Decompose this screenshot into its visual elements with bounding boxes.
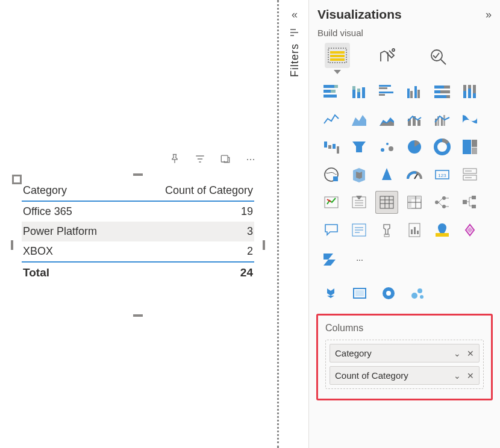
filter-icon[interactable] [193, 152, 207, 166]
filters-label[interactable]: Filters [289, 43, 301, 77]
collapse-viz-icon[interactable]: » [486, 8, 492, 21]
multi-row-card-icon[interactable] [458, 163, 481, 186]
table-visual-frame[interactable]: Category Count of Category Office 365 19… [12, 175, 264, 316]
ribbon-chart-icon[interactable] [458, 108, 481, 131]
table-row[interactable]: XBOX 2 [22, 241, 254, 261]
svg-rect-42 [417, 120, 420, 126]
line-stacked-column-icon[interactable] [403, 108, 426, 131]
stacked-bar-chart-icon[interactable] [320, 80, 343, 103]
custom-visual-1-icon[interactable] [320, 284, 342, 303]
svg-rect-26 [414, 86, 417, 98]
svg-rect-24 [407, 89, 410, 98]
smart-narrative-icon[interactable] [348, 219, 370, 241]
pane-divider[interactable] [277, 0, 279, 448]
remove-field-icon[interactable]: ✕ [467, 371, 474, 381]
waterfall-chart-icon[interactable] [320, 135, 343, 158]
line-chart-icon[interactable] [320, 108, 343, 131]
card-icon[interactable]: 123 [431, 163, 454, 186]
slicer-icon[interactable] [348, 191, 370, 214]
decomposition-tree-icon[interactable] [458, 191, 481, 214]
table-row[interactable]: Office 365 19 [22, 202, 254, 222]
focus-mode-icon[interactable] [218, 152, 233, 166]
format-visual-tab[interactable] [375, 43, 401, 68]
resize-handle-b[interactable] [133, 314, 143, 317]
stacked-area-chart-icon[interactable] [375, 108, 398, 131]
azure-map-icon[interactable] [375, 163, 398, 186]
hundred-stacked-column-icon[interactable] [458, 80, 481, 103]
filled-map-icon[interactable] [348, 163, 370, 186]
cell-category: XBOX [23, 245, 53, 258]
resize-handle-t[interactable] [133, 173, 143, 176]
svg-point-52 [386, 143, 389, 145]
arcgis-map-icon[interactable] [431, 219, 454, 241]
svg-point-105 [417, 288, 422, 293]
area-chart-icon[interactable] [348, 108, 370, 131]
svg-point-104 [411, 293, 417, 299]
line-clustered-column-icon[interactable] [431, 108, 454, 131]
svg-line-61 [414, 174, 417, 179]
table-row[interactable]: Power Platform 3 [22, 222, 254, 241]
svg-rect-98 [417, 231, 419, 234]
more-options-icon[interactable]: ··· [243, 152, 258, 166]
custom-visual-2-icon[interactable] [349, 284, 370, 303]
chevron-down-icon[interactable]: ⌄ [454, 349, 461, 358]
cell-count: 2 [247, 245, 253, 258]
remove-field-icon[interactable]: ✕ [467, 349, 474, 358]
svg-rect-87 [463, 200, 467, 204]
report-canvas[interactable]: ··· Category Count of Category Office 36… [0, 0, 277, 448]
power-automate-icon[interactable] [320, 250, 342, 269]
kpi-icon[interactable] [320, 191, 343, 214]
svg-line-82 [439, 202, 443, 207]
map-icon[interactable] [320, 163, 343, 186]
more-visuals-icon[interactable]: ··· [349, 250, 370, 269]
funnel-chart-icon[interactable] [348, 135, 370, 158]
r-visual-icon[interactable] [431, 191, 454, 214]
col-header-category[interactable]: Category [23, 184, 67, 197]
svg-rect-57 [472, 140, 477, 147]
svg-rect-15 [352, 90, 355, 98]
svg-rect-89 [472, 205, 476, 208]
svg-rect-39 [473, 93, 476, 98]
resize-handle-r[interactable] [263, 240, 265, 250]
key-influencers-icon[interactable] [375, 219, 398, 241]
field-well[interactable]: Category ⌄ ✕ Count of Category ⌄ ✕ [325, 340, 484, 389]
scatter-chart-icon[interactable] [375, 135, 398, 158]
svg-point-84 [442, 205, 446, 208]
custom-visual-4-icon[interactable] [407, 284, 428, 303]
build-mode-tabs [309, 43, 500, 76]
chevron-down-icon[interactable]: ⌄ [454, 371, 461, 381]
gauge-icon[interactable] [403, 163, 426, 186]
custom-visual-3-icon[interactable] [378, 284, 399, 303]
svg-point-51 [381, 148, 384, 152]
stacked-column-chart-icon[interactable] [348, 80, 370, 103]
paginated-report-icon[interactable] [403, 219, 426, 241]
qa-visual-icon[interactable] [320, 219, 343, 241]
field-chip-category[interactable]: Category ⌄ ✕ [330, 344, 480, 362]
matrix-icon[interactable] [403, 191, 426, 214]
donut-chart-icon[interactable] [431, 135, 454, 158]
build-visual-tab[interactable] [325, 43, 350, 68]
svg-rect-101 [355, 290, 364, 296]
svg-rect-11 [334, 85, 338, 88]
cell-category: Office 365 [23, 205, 72, 218]
treemap-icon[interactable] [458, 135, 481, 158]
clustered-column-chart-icon[interactable] [403, 80, 426, 103]
table-icon[interactable] [375, 191, 398, 214]
svg-rect-25 [410, 91, 413, 98]
svg-rect-5 [330, 51, 345, 54]
visualizations-title: Visualizations [317, 7, 402, 22]
hundred-stacked-bar-icon[interactable] [431, 80, 454, 103]
power-apps-icon[interactable] [458, 219, 481, 241]
clustered-bar-chart-icon[interactable] [375, 80, 398, 103]
expand-filters-icon[interactable]: « [292, 8, 298, 21]
table-visual[interactable]: Category Count of Category Office 365 19… [17, 179, 259, 311]
field-chip-count[interactable]: Count of Category ⌄ ✕ [330, 366, 480, 385]
analytics-tab[interactable] [426, 43, 451, 68]
pie-chart-icon[interactable] [403, 135, 426, 158]
resize-handle-l[interactable] [11, 240, 13, 250]
pin-icon[interactable] [167, 152, 182, 166]
svg-rect-21 [379, 87, 387, 89]
svg-rect-14 [323, 95, 337, 98]
total-label: Total [23, 266, 49, 279]
col-header-count[interactable]: Count of Category [165, 184, 253, 197]
